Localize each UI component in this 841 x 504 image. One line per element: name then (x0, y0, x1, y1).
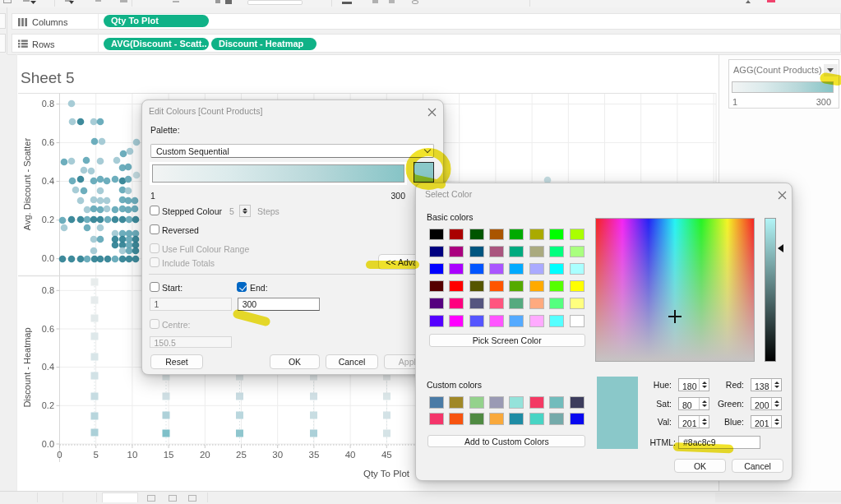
svg-text:0.8: 0.8 (42, 99, 54, 109)
svg-text:15: 15 (164, 450, 174, 460)
svg-text:20: 20 (200, 450, 210, 460)
svg-text:45: 45 (381, 450, 392, 460)
svg-text:0.2: 0.2 (42, 400, 54, 410)
svg-text:10: 10 (127, 450, 138, 460)
svg-text:Avg. Discount - Scatter: Avg. Discount - Scatter (22, 138, 32, 231)
svg-text:Sheet 5: Sheet 5 (21, 69, 75, 86)
svg-text:Discount - Heatmap: Discount - Heatmap (22, 327, 32, 407)
svg-text:40: 40 (345, 450, 356, 460)
svg-text:30: 30 (272, 450, 283, 460)
svg-text:0.0: 0.0 (42, 253, 54, 263)
svg-text:Qty To Plot: Qty To Plot (363, 469, 410, 479)
svg-text:0.0: 0.0 (42, 439, 54, 449)
svg-text:0.4: 0.4 (42, 176, 54, 186)
svg-text:25: 25 (236, 450, 247, 460)
svg-text:35: 35 (309, 450, 320, 460)
svg-text:0.6: 0.6 (42, 324, 54, 334)
svg-text:0.8: 0.8 (42, 285, 54, 295)
svg-text:0.2: 0.2 (42, 215, 54, 224)
svg-text:0: 0 (57, 450, 62, 460)
svg-text:5: 5 (93, 450, 98, 460)
svg-text:0.4: 0.4 (42, 362, 54, 372)
svg-text:0.6: 0.6 (42, 137, 54, 147)
